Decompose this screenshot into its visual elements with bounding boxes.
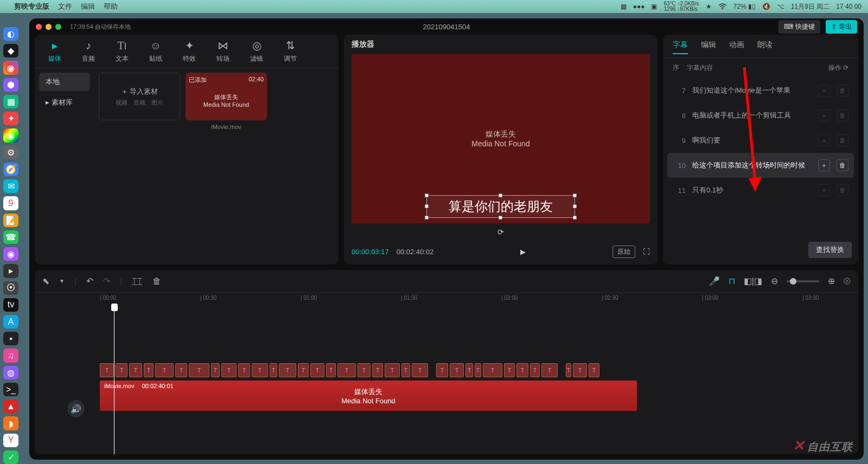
dock-icon[interactable]: ⦿	[3, 281, 18, 295]
delete-icon[interactable]: 🗑	[837, 109, 848, 121]
delete-icon[interactable]: 🗑	[837, 159, 848, 171]
subtitle-list[interactable]: 7我们知道这个iMovie是一个苹果＋🗑 8电脑或者手机上的一个剪辑工具＋🗑 9…	[663, 78, 858, 265]
tab-effect[interactable]: ✦特效	[176, 39, 203, 63]
subtitle-chip[interactable]: T	[279, 363, 296, 377]
subtitle-chip[interactable]: T	[129, 363, 142, 377]
find-replace-button[interactable]: 查找替换	[808, 242, 852, 258]
subtitle-row[interactable]: 10给这个项目添加这个转场时间的时候＋🗑	[667, 153, 854, 178]
tab-transition[interactable]: ⋈转场	[209, 39, 237, 63]
subtitle-row[interactable]: 7我们知道这个iMovie是一个苹果＋🗑	[667, 78, 854, 103]
sync-icon[interactable]: ⟳	[497, 228, 504, 236]
export-button[interactable]: ⇪导出	[826, 20, 857, 34]
dock-icon[interactable]: ◗	[3, 416, 18, 430]
tab-text[interactable]: TI文本	[108, 40, 136, 63]
dock-icon[interactable]: ♫	[3, 349, 18, 362]
tab-animation[interactable]: 动画	[729, 40, 744, 54]
zoom-out-icon[interactable]: ⊖	[771, 276, 778, 286]
resize-handle[interactable]	[573, 216, 577, 220]
shortcut-button[interactable]: ⌨快捷键	[778, 20, 820, 34]
status-mute-icon[interactable]: 🔇	[762, 3, 770, 10]
dock-icon[interactable]: ◉	[3, 128, 18, 142]
menu-edit[interactable]: 编辑	[81, 2, 95, 11]
delete-icon[interactable]: 🗑	[837, 134, 848, 146]
subtitle-chip[interactable]: T	[337, 363, 356, 377]
dock-icon[interactable]: ✉	[3, 179, 18, 193]
subtitle-chip[interactable]: T	[385, 363, 400, 377]
add-icon[interactable]: ＋	[818, 85, 830, 96]
subtitle-chip[interactable]: T	[252, 363, 268, 377]
subtitle-chip[interactable]: T	[270, 363, 277, 377]
subtitle-chip[interactable]: T	[326, 363, 336, 377]
ratio-button[interactable]: 原始	[612, 246, 635, 258]
dock-icon[interactable]: ◉	[3, 61, 18, 74]
tab-read[interactable]: 朗读	[757, 40, 773, 54]
tab-audio[interactable]: ♪音频	[75, 40, 102, 63]
add-icon[interactable]: ＋	[818, 159, 830, 171]
subtitle-row[interactable]: 8电脑或者手机上的一个剪辑工具＋🗑	[667, 103, 854, 128]
zoom-in-icon[interactable]: ⊕	[828, 276, 835, 286]
subtitle-chip[interactable]: T	[116, 363, 127, 377]
resize-handle[interactable]	[573, 204, 577, 208]
subtitle-chip[interactable]: T	[221, 363, 237, 377]
subtitle-chip[interactable]: T	[211, 363, 220, 377]
zoom-fit-icon[interactable]: ⦾	[844, 276, 851, 286]
clip-card[interactable]: 已添加02:40 媒体丢失Media Not Found iMovie.mov	[186, 73, 267, 130]
subtitle-chip[interactable]: T	[238, 363, 250, 377]
import-card[interactable]: ＋ 导入素材 视频、音频、图片	[99, 73, 180, 120]
dock-icon[interactable]: ▲	[3, 399, 18, 413]
tab-edit[interactable]: 编辑	[701, 40, 716, 54]
subtitle-chip[interactable]: T	[100, 363, 114, 377]
tab-subtitle[interactable]: 字幕	[673, 40, 688, 54]
magnet-icon[interactable]: ⊓	[729, 276, 735, 286]
dock-icon[interactable]: ▦	[3, 95, 18, 108]
sidebar-local[interactable]: 本地	[39, 73, 90, 91]
status-control-icon[interactable]: ⌥	[777, 3, 784, 10]
delete-tool[interactable]: 🗑	[152, 276, 161, 286]
subtitle-chip[interactable]: T	[175, 363, 187, 377]
timeline-ruler[interactable]: | 00:00 | 00:30 | 01:00 | 01:30 | 02:00 …	[35, 293, 858, 305]
subtitle-chip[interactable]: T	[465, 363, 473, 377]
tab-media[interactable]: ▸媒体	[41, 39, 68, 63]
delete-icon[interactable]: 🗑	[837, 85, 848, 96]
tool-dropdown[interactable]: ▼	[59, 278, 65, 284]
split-tool[interactable]: ⌶⌶	[132, 276, 143, 286]
dock-icon[interactable]: ⚙	[3, 146, 18, 159]
status-star-icon[interactable]: ★	[706, 3, 712, 10]
add-icon[interactable]: ＋	[818, 134, 830, 146]
sidebar-library[interactable]: ▸ 素材库	[39, 93, 90, 112]
zoom-slider[interactable]	[787, 280, 819, 282]
window-maximize-button[interactable]	[55, 24, 61, 30]
subtitle-chip[interactable]: T	[504, 363, 515, 377]
subtitle-track[interactable]: TTTTTTTTTTTTTTTTTTTTTTTTTTTTTTTTTT	[100, 363, 847, 377]
subtitle-chip[interactable]: T	[541, 363, 558, 377]
dock-icon[interactable]: ▸	[3, 264, 18, 278]
subtitle-chip[interactable]: T	[530, 363, 540, 377]
resize-handle[interactable]	[425, 216, 429, 220]
app-name[interactable]: 剪映专业版	[14, 2, 49, 11]
dock-icon[interactable]: Y	[3, 434, 18, 447]
subtitle-chip[interactable]: T	[573, 363, 587, 377]
dock-icon[interactable]: ⬢	[3, 78, 18, 92]
select-tool[interactable]: ⬉	[42, 276, 49, 286]
subtitle-chip[interactable]: T	[589, 363, 599, 377]
subtitle-chip[interactable]: T	[475, 363, 481, 377]
dock-icon[interactable]: ◐	[3, 27, 18, 41]
subtitle-chip[interactable]: T	[401, 363, 410, 377]
tab-adjust[interactable]: ⇅调节	[277, 39, 304, 63]
subtitle-chip[interactable]: T	[298, 363, 309, 377]
subtitle-chip[interactable]: T	[516, 363, 528, 377]
caption-box[interactable]: 算是你们的老朋友	[426, 195, 575, 218]
mic-icon[interactable]: 🎤	[709, 276, 720, 286]
redo-button[interactable]: ↷	[103, 276, 110, 286]
subtitle-chip[interactable]: T	[310, 363, 324, 377]
subtitle-row[interactable]: 11只有0.1秒＋🗑	[667, 178, 854, 203]
dock-icon[interactable]: >_	[3, 383, 18, 396]
resize-handle[interactable]	[499, 216, 502, 220]
resize-handle[interactable]	[425, 204, 429, 208]
dock-icon[interactable]: tv	[3, 298, 18, 312]
add-icon[interactable]: ＋	[818, 184, 830, 196]
resize-handle[interactable]	[499, 194, 502, 197]
window-minimize-button[interactable]	[46, 24, 52, 30]
delete-icon[interactable]: 🗑	[837, 184, 848, 196]
menu-help[interactable]: 帮助	[104, 2, 118, 11]
